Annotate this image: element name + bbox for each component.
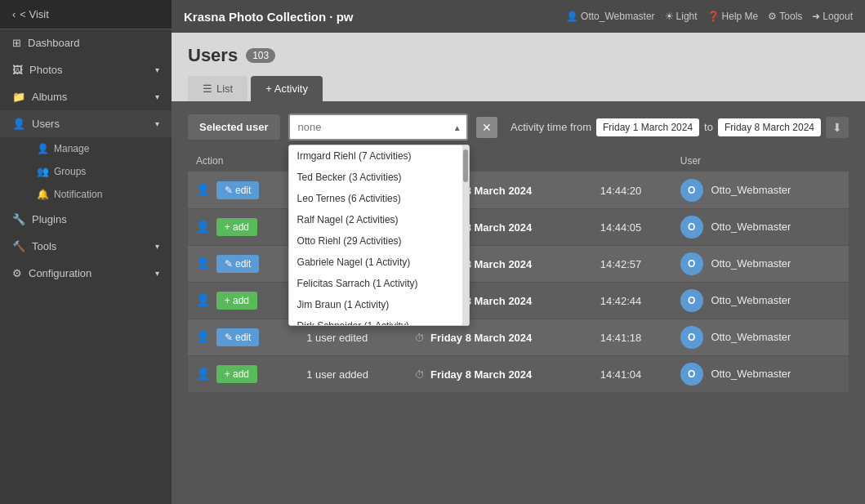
topbar-tools[interactable]: ⚙ Tools bbox=[768, 11, 802, 22]
sidebar-item-dashboard[interactable]: ⊞ Dashboard bbox=[0, 29, 172, 56]
user-select-wrapper: ▲ Irmgard Riehl (7 Activities)Ted Becker… bbox=[288, 114, 468, 140]
visit-link[interactable]: ‹ < Visit bbox=[0, 0, 172, 29]
time-cell: 14:41:04 bbox=[592, 356, 672, 393]
date-value: Friday 8 March 2024 bbox=[430, 332, 532, 344]
sidebar-item-groups[interactable]: 👥 Groups bbox=[29, 160, 172, 183]
chevron-down-icon: ▾ bbox=[155, 65, 159, 74]
date-value: Friday 8 March 2024 bbox=[430, 368, 532, 381]
user-cell: O Otto_Webmaster bbox=[672, 319, 849, 356]
user-select-input[interactable] bbox=[288, 114, 468, 140]
filter-row: Selected user ▲ Irmgard Riehl (7 Activit… bbox=[188, 114, 849, 140]
configuration-icon: ⚙ bbox=[12, 267, 22, 279]
topbar-actions: 👤 Otto_Webmaster ☀ Light ❓ Help Me ⚙ Too… bbox=[566, 11, 853, 22]
dropdown-item[interactable]: Felicitas Sarrach (1 Activity) bbox=[289, 273, 462, 294]
dropdown-list: Irmgard Riehl (7 Activities)Ted Becker (… bbox=[289, 145, 462, 325]
tab-list[interactable]: ☰ List bbox=[188, 76, 247, 101]
sidebar-item-tools[interactable]: 🔨 Tools ▾ bbox=[0, 233, 172, 260]
chevron-down-icon: ▾ bbox=[155, 119, 159, 128]
tab-list-label: List bbox=[216, 83, 233, 95]
page-title-row: Users 103 bbox=[188, 45, 849, 66]
action-button-edit[interactable]: ✎ edit bbox=[216, 255, 260, 273]
sidebar-item-photos[interactable]: 🖼 Photos ▾ bbox=[0, 56, 172, 83]
user-cell: O Otto_Webmaster bbox=[672, 209, 849, 246]
avatar: O bbox=[680, 326, 703, 349]
download-button[interactable]: ⬇ bbox=[826, 117, 849, 138]
user-action-icon: 👤 bbox=[196, 367, 210, 380]
user-label: Otto_Webmaster bbox=[581, 11, 654, 22]
filter-clear-button[interactable]: ✕ bbox=[476, 117, 497, 138]
dropdown-item[interactable]: Jim Braun (1 Activity) bbox=[289, 294, 462, 315]
sidebar-item-configuration[interactable]: ⚙ Configuration ▾ bbox=[0, 260, 172, 287]
dropdown-item[interactable]: Dirk Schneider (1 Activity) bbox=[289, 315, 462, 325]
tools-label: Tools bbox=[779, 11, 802, 22]
tools-icon: 🔨 bbox=[12, 240, 25, 252]
table-row: 👤 + add 1 user added ⏱ Friday 8 March 20… bbox=[188, 283, 849, 319]
topbar-light[interactable]: ☀ Light bbox=[665, 11, 698, 22]
topbar-help[interactable]: ❓ Help Me bbox=[707, 11, 759, 22]
avatar: O bbox=[680, 252, 703, 275]
avatar: O bbox=[680, 363, 703, 386]
page-header: Users 103 ☰ List + Activity bbox=[172, 33, 865, 101]
action-button-add[interactable]: + add bbox=[216, 218, 257, 236]
col-header-time bbox=[592, 150, 672, 172]
tabs: ☰ List + Activity bbox=[188, 76, 849, 101]
albums-icon: 📁 bbox=[12, 91, 25, 103]
sidebar-item-albums[interactable]: 📁 Albums ▾ bbox=[0, 83, 172, 110]
user-name: Otto_Webmaster bbox=[711, 368, 791, 380]
user-name: Otto_Webmaster bbox=[711, 294, 791, 306]
sidebar: ‹ < Visit ⊞ Dashboard 🖼 Photos ▾ 📁 Album… bbox=[0, 0, 172, 504]
sidebar-item-label: Tools bbox=[32, 240, 56, 252]
time-cell: 14:42:44 bbox=[592, 283, 672, 319]
time-cell: 14:42:57 bbox=[592, 246, 672, 283]
user-cell: O Otto_Webmaster bbox=[672, 283, 849, 319]
dropdown-item[interactable]: Leo Ternes (6 Activities) bbox=[289, 188, 462, 209]
table-row: 👤 ✎ edit 1 user edited ⏱ Friday 8 March … bbox=[188, 246, 849, 283]
dropdown-item[interactable]: Gabriele Nagel (1 Activity) bbox=[289, 252, 462, 273]
help-icon: ❓ bbox=[707, 11, 720, 22]
topbar-user[interactable]: 👤 Otto_Webmaster bbox=[566, 11, 654, 22]
table-row: 👤 ✎ edit 1 user edited ⏱ Friday 8 March … bbox=[188, 172, 849, 209]
avatar: O bbox=[680, 289, 703, 312]
action-button-edit[interactable]: ✎ edit bbox=[216, 181, 260, 199]
dropdown-item[interactable]: Ralf Nagel (2 Activities) bbox=[289, 209, 462, 230]
content-area: Selected user ▲ Irmgard Riehl (7 Activit… bbox=[172, 101, 865, 504]
sidebar-item-manage[interactable]: 👤 Manage bbox=[29, 137, 172, 160]
clock-icon: ⏱ bbox=[415, 369, 425, 381]
selected-user-text: Selected user bbox=[199, 121, 269, 133]
to-label: to bbox=[704, 121, 713, 133]
user-name: Otto_Webmaster bbox=[711, 221, 791, 233]
avatar: O bbox=[680, 179, 703, 202]
sidebar-item-notification[interactable]: 🔔 Notification bbox=[29, 183, 172, 206]
logout-label: Logout bbox=[823, 11, 853, 22]
user-count-badge: 103 bbox=[246, 48, 275, 63]
dropdown-item[interactable]: Irmgard Riehl (7 Activities) bbox=[289, 145, 462, 167]
dropdown-item[interactable]: Ted Becker (3 Activities) bbox=[289, 167, 462, 188]
sidebar-sub-label: Notification bbox=[54, 189, 102, 200]
action-cell: 👤 + add bbox=[188, 283, 298, 319]
list-icon: ☰ bbox=[203, 83, 212, 95]
tab-activity[interactable]: + Activity bbox=[251, 76, 323, 101]
scrollbar-thumb bbox=[463, 149, 468, 182]
sidebar-sub-label: Manage bbox=[54, 143, 89, 154]
avatar: O bbox=[680, 216, 703, 239]
action-button-add[interactable]: + add bbox=[216, 292, 257, 310]
user-name: Otto_Webmaster bbox=[711, 184, 791, 196]
sidebar-sub-label: Groups bbox=[54, 166, 86, 177]
dropdown-item[interactable]: Otto Riehl (29 Activities) bbox=[289, 230, 462, 252]
table-row: 👤 + add 1 user added ⏱ Friday 8 March 20… bbox=[188, 356, 849, 393]
tab-activity-label: + Activity bbox=[265, 83, 308, 95]
action-cell: 👤 + add bbox=[188, 209, 298, 246]
chevron-down-icon: ▾ bbox=[155, 92, 159, 101]
date-cell: ⏱ Friday 8 March 2024 bbox=[407, 356, 591, 393]
sidebar-item-users[interactable]: 👤 Users ▾ bbox=[0, 110, 172, 137]
sidebar-item-label: Dashboard bbox=[28, 37, 80, 49]
topbar-logout[interactable]: ➜ Logout bbox=[812, 11, 853, 22]
action-button-add[interactable]: + add bbox=[216, 365, 257, 383]
action-button-edit[interactable]: ✎ edit bbox=[216, 328, 260, 346]
dropdown-scrollbar[interactable] bbox=[462, 145, 469, 325]
sidebar-item-plugins[interactable]: 🔧 Plugins bbox=[0, 206, 172, 233]
user-cell: O Otto_Webmaster bbox=[672, 246, 849, 283]
user-action-icon: 👤 bbox=[196, 220, 210, 233]
users-icon: 👤 bbox=[12, 118, 25, 130]
col-header-action: Action bbox=[188, 150, 298, 172]
